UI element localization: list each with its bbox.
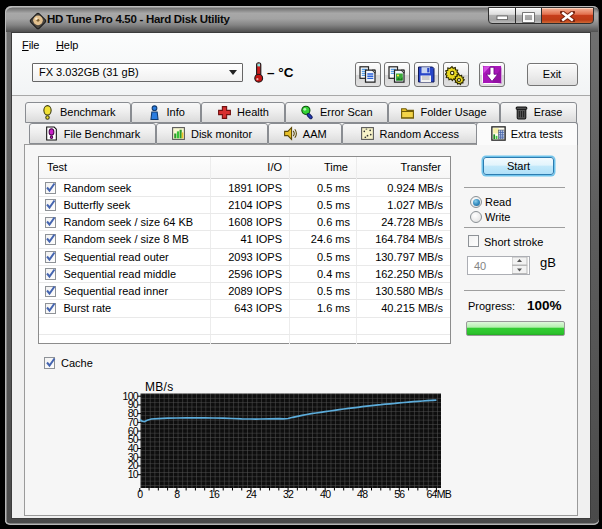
svg-text:10: 10 <box>128 468 139 480</box>
svg-text:16: 16 <box>209 488 220 500</box>
svg-text:32: 32 <box>283 488 294 500</box>
svg-text:48: 48 <box>357 488 368 500</box>
svg-text:64MB: 64MB <box>426 488 451 500</box>
svg-text:56: 56 <box>394 488 405 500</box>
svg-text:40: 40 <box>320 488 331 500</box>
svg-text:MB/s: MB/s <box>145 380 174 394</box>
svg-text:24: 24 <box>246 488 257 500</box>
svg-text:0: 0 <box>137 488 143 500</box>
svg-text:8: 8 <box>174 488 180 500</box>
